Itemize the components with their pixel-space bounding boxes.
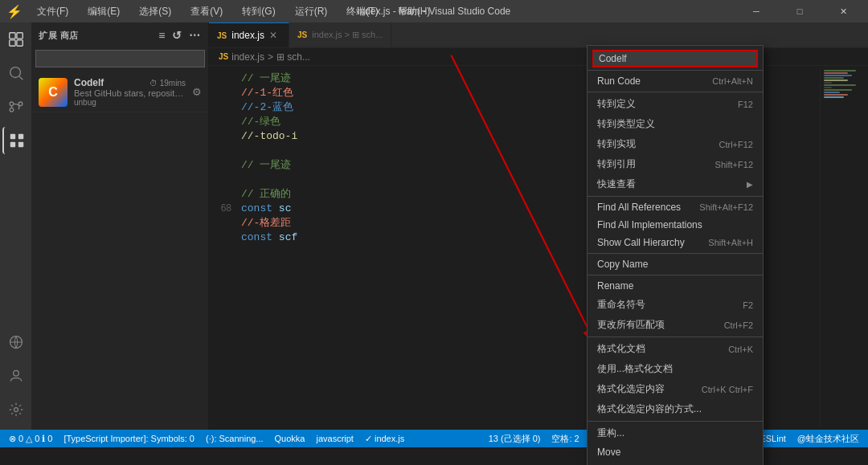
menu-item-change-all[interactable]: 更改所有匹配项 Ctrl+F2 bbox=[588, 315, 763, 335]
minimize-button[interactable]: ─ bbox=[738, 0, 775, 22]
activity-settings-icon[interactable] bbox=[2, 396, 30, 423]
menu-item-rename-symbol[interactable]: 重命名符号 F2 bbox=[588, 295, 763, 315]
activity-explorer-icon[interactable] bbox=[2, 26, 30, 53]
menu-item-goto-impl[interactable]: 转到实现 Ctrl+F12 bbox=[588, 134, 763, 154]
menu-item-copy-name[interactable]: Copy Name bbox=[588, 255, 763, 273]
extension-info: Codelf ⏱ 19mins Best GitHub stars, repos… bbox=[74, 77, 186, 107]
tab-index-js[interactable]: JS index.js ✕ bbox=[209, 22, 289, 47]
more-icon[interactable]: ⋯ bbox=[187, 27, 203, 43]
svg-point-16 bbox=[14, 408, 18, 412]
menu-item-find-refs[interactable]: Find All References Shift+Alt+F12 bbox=[588, 198, 763, 216]
menu-item-label: Find All References bbox=[597, 202, 699, 213]
status-quokka[interactable]: Quokka bbox=[272, 434, 308, 443]
menu-item-format-selection-with[interactable]: 格式化选定内容的方式... bbox=[588, 399, 763, 419]
breadcrumb-filename: index.js bbox=[231, 51, 264, 63]
menu-separator bbox=[588, 275, 763, 275]
close-button[interactable]: ✕ bbox=[825, 0, 862, 22]
activity-account-icon[interactable] bbox=[2, 362, 30, 390]
status-line-col[interactable]: 13 (己选择 0) bbox=[486, 433, 543, 445]
tab-bar: JS index.js ✕ JS index.js > ⊞ sch... bbox=[209, 22, 868, 48]
menu-item-label: 转到定义 bbox=[597, 97, 738, 111]
status-check-indexjs[interactable]: ✓ index.js bbox=[362, 434, 407, 444]
minimap-line bbox=[824, 82, 832, 84]
menu-separator bbox=[588, 92, 763, 92]
activity-search-icon[interactable] bbox=[2, 59, 30, 87]
menu-edit[interactable]: 编辑(E) bbox=[83, 2, 125, 20]
status-bar-left: ⊗ 0 △ 0 ℹ 0 [TypeScript Importer]: Symbo… bbox=[6, 434, 407, 444]
warning-icon: △ bbox=[26, 434, 32, 444]
menu-run[interactable]: 运行(R) bbox=[290, 2, 333, 20]
tab-close-icon[interactable]: ✕ bbox=[269, 30, 277, 41]
menu-item-goto-ref[interactable]: 转到引用 Shift+F12 bbox=[588, 154, 763, 174]
line-number-68: 68 bbox=[209, 202, 241, 214]
menu-separator bbox=[588, 337, 763, 337]
extension-item-codelf[interactable]: C Codelf ⏱ 19mins Best GitHub stars, rep… bbox=[32, 72, 208, 112]
extension-description: Best GitHub stars, repositories tagger a… bbox=[74, 88, 186, 98]
window-title: index.js - learn - Visual Studio Code bbox=[358, 6, 511, 17]
menu-shortcut: Ctrl+Alt+N bbox=[712, 76, 753, 86]
status-ts-importer[interactable]: [TypeScript Importer]: Symbols: 0 bbox=[61, 434, 197, 443]
activity-git-icon[interactable] bbox=[2, 93, 30, 120]
language-text: javascript bbox=[316, 434, 353, 443]
svg-point-7 bbox=[18, 102, 23, 106]
check-icon: ✓ bbox=[365, 434, 372, 444]
menu-item-label: 更改所有匹配项 bbox=[597, 318, 724, 332]
svg-rect-0 bbox=[9, 33, 14, 39]
tab-breadcrumb[interactable]: JS index.js > ⊞ sch... bbox=[289, 22, 391, 47]
menu-shortcut: F2 bbox=[743, 300, 753, 310]
svg-rect-3 bbox=[16, 40, 22, 46]
refresh-icon[interactable]: ↺ bbox=[170, 27, 184, 43]
breadcrumb-separator: > bbox=[268, 51, 273, 63]
menu-item-format-with[interactable]: 使用...格式化文档 bbox=[588, 359, 763, 379]
menu-item-quick-view[interactable]: 快速查看 ▶ bbox=[588, 174, 763, 194]
menu-item-label: 格式化文档 bbox=[597, 342, 728, 356]
code-area[interactable]: // 一尾迹 //-1-红色 //-2-蓝色 //-绿色 //-todo-i /… bbox=[209, 66, 868, 430]
menu-item-source-actions[interactable]: 源代码操作... bbox=[588, 461, 763, 465]
status-spaces[interactable]: 空格: 2 bbox=[549, 433, 581, 445]
menu-goto[interactable]: 转到(G) bbox=[237, 2, 280, 20]
minimap bbox=[820, 69, 868, 426]
activity-extensions-icon[interactable] bbox=[2, 127, 30, 154]
titlebar: ⚡ 文件(F) 编辑(E) 选择(S) 查看(V) 转到(G) 运行(R) 终端… bbox=[0, 0, 868, 22]
extension-gear-icon[interactable]: ⚙ bbox=[192, 86, 202, 98]
maximize-button[interactable]: □ bbox=[781, 0, 818, 22]
minimap-line bbox=[824, 75, 852, 76]
menu-item-refactor[interactable]: 重构... bbox=[588, 423, 763, 443]
menu-item-label: 重命名符号 bbox=[597, 298, 743, 312]
sort-icon[interactable]: ≡ bbox=[157, 27, 167, 43]
menu-file[interactable]: 文件(F) bbox=[32, 2, 73, 20]
context-search-input[interactable] bbox=[599, 53, 751, 64]
menu-item-label: 格式化选定内容的方式... bbox=[597, 402, 753, 416]
status-community[interactable]: @蛙金技术社区 bbox=[795, 433, 862, 445]
extension-name: Codelf bbox=[74, 77, 104, 88]
status-errors[interactable]: ⊗ 0 △ 0 ℹ 0 bbox=[6, 434, 55, 444]
menu-item-move[interactable]: Move bbox=[588, 443, 763, 461]
menu-item-format-selection[interactable]: 格式化选定内容 Ctrl+K Ctrl+F bbox=[588, 379, 763, 399]
menu-shortcut: Shift+F12 bbox=[715, 160, 753, 169]
menu-item-goto-def[interactable]: 转到定义 F12 bbox=[588, 94, 763, 114]
svg-line-5 bbox=[19, 76, 23, 80]
spaces-text: 空格: 2 bbox=[551, 433, 579, 445]
line-content: //-1-红色 bbox=[241, 85, 293, 100]
community-text: @蛙金技术社区 bbox=[797, 433, 859, 445]
activity-remote-icon[interactable] bbox=[2, 328, 30, 356]
menu-item-call-hierarchy[interactable]: Show Call Hierarchy Shift+Alt+H bbox=[588, 234, 763, 251]
menu-item-format-doc[interactable]: 格式化文档 Ctrl+K bbox=[588, 339, 763, 359]
menu-select[interactable]: 选择(S) bbox=[134, 2, 176, 20]
sidebar-search-input[interactable]: Codelf bbox=[43, 53, 198, 64]
menu-item-run-code[interactable]: Run Code Ctrl+Alt+N bbox=[588, 72, 763, 90]
menu-view[interactable]: 查看(V) bbox=[186, 2, 227, 20]
menu-item-find-impls[interactable]: Find All Implementations bbox=[588, 216, 763, 234]
minimap-line bbox=[824, 87, 832, 88]
svg-rect-11 bbox=[10, 142, 14, 147]
status-scanning[interactable]: (·): Scanning... bbox=[203, 434, 266, 443]
titlebar-controls: ─ □ ✕ bbox=[738, 0, 862, 22]
menu-item-rename[interactable]: Rename bbox=[588, 277, 763, 295]
activity-bar bbox=[0, 22, 32, 430]
status-language[interactable]: javascript bbox=[313, 434, 355, 443]
menu-item-goto-type[interactable]: 转到类型定义 bbox=[588, 114, 763, 134]
line-content: // 一尾迹 bbox=[241, 157, 291, 172]
extension-meta: unbug bbox=[74, 98, 186, 107]
info-icon: ℹ bbox=[42, 434, 45, 444]
menu-item-label: 转到类型定义 bbox=[597, 117, 753, 131]
